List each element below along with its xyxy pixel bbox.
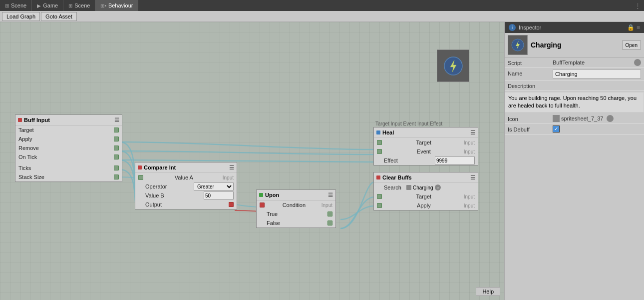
clear-buffs-target-connector[interactable] — [377, 194, 382, 199]
upon-condition-row: Condition Input — [257, 200, 335, 210]
heal-header: Heal ☰ — [374, 128, 478, 138]
heal-target-label: Target — [416, 140, 432, 146]
buff-input-header: Buff Input ☰ — [15, 115, 122, 125]
goto-asset-button[interactable]: Goto Asset — [41, 12, 77, 21]
inspector-description-label-row: Description — [505, 80, 644, 91]
inspector-script-circle-btn[interactable] — [634, 59, 641, 66]
inspector-header-icon: i — [509, 24, 516, 31]
buff-input-red-dot — [18, 118, 22, 122]
heal-effect-row: Effect — [374, 156, 478, 165]
compare-int-valuea-row: Value A Input — [135, 173, 237, 182]
inspector-script-label: Script — [508, 59, 553, 66]
scene2-icon: ⊞ — [68, 3, 72, 8]
inspector-open-button[interactable]: Open — [622, 40, 641, 50]
upon-condition-label: Condition — [283, 202, 306, 208]
clear-buffs-search-circle-btn[interactable]: ○ — [435, 184, 441, 190]
heal-event-connector[interactable] — [377, 149, 382, 154]
upon-title: Upon — [265, 192, 279, 198]
clear-buffs-menu-icon[interactable]: ☰ — [470, 174, 475, 181]
compare-int-output-label: Output — [145, 202, 162, 208]
compare-int-output-connector[interactable] — [229, 202, 234, 207]
scene1-icon: ⊞ — [5, 3, 9, 8]
buff-input-apply-label: Apply — [18, 136, 32, 142]
compare-int-menu-icon[interactable]: ☰ — [229, 164, 234, 171]
inspector-description-label: Description — [508, 82, 553, 89]
inspector-more-icon[interactable]: ≡ — [637, 24, 640, 31]
buff-input-ontick-connector[interactable] — [114, 154, 119, 160]
buff-input-stacksize-label: Stack Size — [18, 174, 44, 180]
compare-int-valueb-row: Value B — [135, 191, 237, 200]
buff-input-menu-icon[interactable]: ☰ — [114, 117, 119, 124]
clear-buffs-apply-connector[interactable] — [377, 203, 382, 208]
heal-target-connector[interactable] — [377, 140, 382, 145]
buff-input-title: Buff Input — [24, 117, 50, 123]
inspector-debuff-field: ✓ — [553, 126, 641, 132]
target-input-label: Target Input Event Input Effect — [373, 121, 444, 126]
behaviour-canvas[interactable]: Buff Input ☰ Target Apply Remove O — [0, 22, 504, 300]
search-asset-icon — [406, 185, 411, 190]
buff-input-apply-connector[interactable] — [114, 136, 119, 142]
buff-input-ticks-label: Ticks — [18, 165, 31, 171]
inspector-script-row: Script BuffTemplate — [505, 58, 644, 68]
upon-false-connector[interactable] — [327, 220, 332, 226]
compare-int-header: Compare Int ☰ — [135, 162, 237, 172]
inspector-name-row: Name — [505, 68, 644, 80]
inspector-header: i Inspector 🔒 ≡ — [505, 22, 644, 33]
inspector-description-text: You are building rage. Upon reaching 50 … — [505, 92, 644, 112]
behaviour-icon: ⊞• — [100, 3, 106, 8]
heal-menu-icon[interactable]: ☰ — [470, 130, 475, 136]
buff-input-target-connector[interactable] — [114, 128, 119, 132]
inspector-lock-icon[interactable]: 🔒 — [627, 24, 635, 31]
upon-menu-icon[interactable]: ☰ — [328, 192, 333, 198]
compare-int-valueb-input[interactable] — [204, 192, 234, 200]
tab-scene-1[interactable]: ⊞ Scene — [0, 0, 32, 11]
inspector-debuff-checkbox[interactable]: ✓ — [553, 126, 560, 132]
inspector-toolbar: Open — [622, 40, 641, 50]
buff-input-stacksize-connector[interactable] — [114, 174, 119, 180]
buff-input-ontick-row: On Tick — [15, 152, 122, 162]
upon-false-row: False — [257, 218, 335, 228]
tab-game[interactable]: ▶ Game — [32, 0, 63, 11]
clear-buffs-target-row: Target Input — [374, 192, 478, 201]
inspector-panel: i Inspector 🔒 ≡ Charging Open Script Bu — [504, 22, 644, 300]
inspector-icon-svg — [511, 38, 525, 52]
top-tab-bar: ⊞ Scene ▶ Game ⊞ Scene ⊞• Behaviour ⋮ — [0, 0, 644, 11]
compare-int-operator-label: Operator — [145, 184, 167, 190]
tab-scene1-label: Scene — [11, 2, 26, 8]
upon-green-dot — [259, 193, 263, 197]
inspector-icon-row: Icon spritesheet_7_37 — [505, 114, 644, 124]
clear-buffs-apply-value: Input — [464, 203, 475, 208]
buff-input-target-row: Target — [15, 126, 122, 134]
inspector-icon-circle-btn[interactable] — [607, 115, 614, 122]
buff-input-remove-row: Remove — [15, 144, 122, 152]
load-graph-button[interactable]: Load Graph — [2, 12, 40, 21]
buff-input-remove-connector[interactable] — [114, 146, 119, 150]
help-button[interactable]: Help — [476, 287, 500, 296]
buff-input-ticks-row: Ticks — [15, 164, 122, 172]
heal-target-value: Input — [464, 140, 475, 146]
tab-behaviour-label: Behaviour — [108, 2, 133, 8]
tab-scene-2[interactable]: ⊞ Scene — [63, 0, 95, 11]
inspector-name-label: Name — [508, 70, 553, 76]
inspector-sprite-icon — [553, 115, 560, 122]
compare-int-valuea-label: Value A — [175, 174, 193, 180]
heal-title: Heal — [382, 130, 394, 136]
tab-behaviour[interactable]: ⊞• Behaviour — [95, 0, 138, 11]
clear-buffs-search-label: Search — [384, 184, 406, 190]
clear-buffs-title: Clear Buffs — [382, 174, 412, 180]
panel-options-icon[interactable]: ⋮ — [632, 2, 644, 10]
inspector-name-input[interactable] — [553, 70, 641, 78]
heal-node: Heal ☰ Target Input Event Input Effect — [373, 127, 478, 166]
inspector-asset-icon — [508, 35, 528, 55]
compare-int-valuea-connector[interactable] — [138, 175, 143, 180]
upon-false-label: False — [267, 220, 280, 226]
inspector-header-title: Inspector — [519, 24, 541, 30]
upon-true-connector[interactable] — [327, 212, 332, 216]
inspector-title-bar: Charging Open — [505, 33, 644, 58]
heal-effect-input[interactable] — [435, 156, 475, 164]
buff-input-ticks-connector[interactable] — [114, 166, 119, 170]
compare-int-operator-select[interactable]: Greater Less Equal — [194, 182, 234, 190]
compare-int-output-row: Output — [135, 200, 237, 209]
upon-condition-connector[interactable] — [260, 202, 265, 208]
compare-int-valueb-label: Value B — [145, 192, 164, 198]
